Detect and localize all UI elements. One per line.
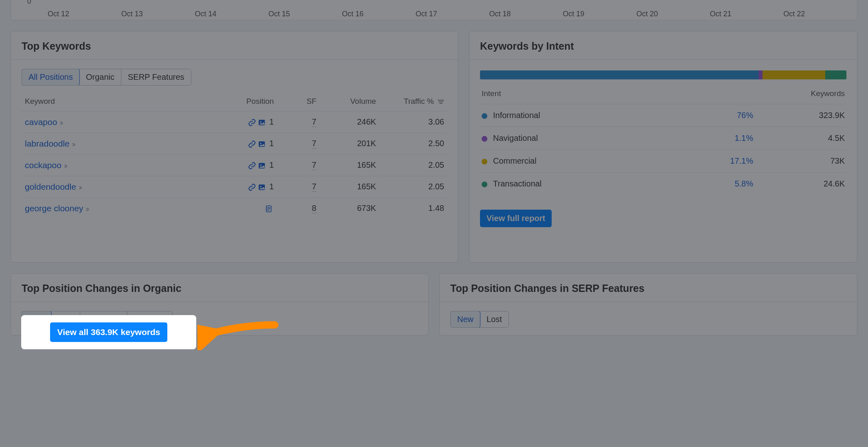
- intent-keywords-value: 24.6K: [755, 173, 846, 195]
- intent-bar-transactional[interactable]: [825, 70, 846, 79]
- volume-value: 201K: [320, 133, 379, 154]
- tab-serp-lost[interactable]: Lost: [480, 311, 509, 327]
- position-value: 1: [267, 117, 274, 126]
- link-icon: [248, 183, 256, 192]
- sf-value[interactable]: 7: [312, 182, 316, 192]
- chevron-right-icon: ››: [79, 183, 81, 191]
- image-icon: [257, 161, 266, 170]
- traffic-value: 2.05: [379, 154, 447, 176]
- top-keywords-card: Top Keywords All Positions Organic SERP …: [11, 31, 458, 263]
- intent-bar-informational[interactable]: [480, 70, 758, 79]
- volume-value: 673K: [320, 197, 379, 219]
- image-icon: [257, 183, 266, 192]
- top-position-changes-organic-title: Top Position Changes in Organic: [11, 274, 428, 302]
- link-icon: [248, 140, 256, 149]
- table-row: cavapoo›› 17246K3.06: [22, 111, 447, 133]
- col-volume[interactable]: Volume: [320, 92, 379, 111]
- intent-color-dot: [482, 136, 487, 142]
- intent-keywords-value: 73K: [755, 150, 846, 173]
- top-position-changes-serp-card: Top Position Changes in SERP Features Ne…: [439, 273, 857, 335]
- y-tick-0: 0: [27, 0, 31, 6]
- position-value: 1: [267, 182, 274, 191]
- tab-all-positions[interactable]: All Positions: [22, 69, 80, 85]
- doc-icon: [264, 204, 273, 213]
- top-keywords-tabs: All Positions Organic SERP Features: [22, 69, 191, 85]
- table-row: Commercial17.1%73K: [480, 150, 846, 173]
- keyword-link[interactable]: labradoodle: [25, 139, 70, 148]
- col-position[interactable]: Position: [209, 92, 277, 111]
- col-sf[interactable]: SF: [277, 92, 320, 111]
- chevron-right-icon: ››: [59, 118, 62, 127]
- volume-value: 165K: [320, 154, 379, 176]
- intent-percent-link[interactable]: 76%: [737, 111, 753, 120]
- sf-value[interactable]: 7: [312, 117, 316, 127]
- traffic-value: 1.48: [379, 197, 447, 219]
- intent-percent-link[interactable]: 17.1%: [730, 156, 753, 165]
- traffic-value: 2.50: [379, 133, 447, 154]
- x-axis-dates: Oct 12 Oct 13 Oct 14 Oct 15 Oct 16 Oct 1…: [48, 10, 857, 18]
- table-row: goldendoodle›› 17165K2.05: [22, 176, 447, 197]
- traffic-value: 3.06: [379, 111, 447, 133]
- svg-point-5: [260, 164, 261, 166]
- intent-label: Navigational: [493, 134, 538, 142]
- col-traffic[interactable]: Traffic %: [379, 92, 447, 111]
- intent-label: Commercial: [493, 156, 537, 165]
- table-row: labradoodle›› 17201K2.50: [22, 133, 447, 154]
- image-icon: [257, 118, 266, 127]
- table-row: Transactional5.8%24.6K: [480, 173, 846, 195]
- table-row: Navigational1.1%4.5K: [480, 127, 846, 150]
- keywords-by-intent-card: Keywords by Intent Intent Keywords: [469, 31, 857, 263]
- svg-point-1: [260, 121, 261, 123]
- link-icon: [248, 118, 256, 127]
- intent-distribution-bar: [480, 70, 846, 79]
- sf-value[interactable]: 7: [312, 160, 316, 170]
- intent-label: Transactional: [493, 179, 541, 188]
- sf-value[interactable]: 8: [312, 204, 316, 213]
- top-position-changes-serp-title: Top Position Changes in SERP Features: [440, 274, 857, 302]
- col-intent: Intent: [480, 83, 682, 104]
- sf-value[interactable]: 7: [312, 139, 316, 149]
- intent-bar-navigational[interactable]: [758, 70, 763, 79]
- chevron-right-icon: ››: [86, 205, 88, 213]
- chevron-right-icon: ››: [64, 162, 66, 170]
- svg-point-3: [260, 143, 261, 144]
- view-all-keywords-button[interactable]: View all 363.9K keywords: [50, 322, 168, 342]
- intent-percent-link[interactable]: 5.8%: [734, 179, 753, 188]
- tab-organic[interactable]: Organic: [79, 69, 121, 85]
- intent-bar-commercial[interactable]: [763, 70, 825, 79]
- intent-color-dot: [482, 113, 487, 119]
- image-icon: [257, 140, 266, 149]
- keyword-link[interactable]: cavapoo: [25, 117, 57, 127]
- position-value: 1: [267, 139, 274, 148]
- keyword-link[interactable]: goldendoodle: [25, 182, 76, 191]
- table-row: Informational76%323.9K: [480, 104, 846, 127]
- volume-value: 246K: [320, 111, 379, 133]
- chevron-right-icon: ››: [72, 140, 75, 148]
- top-keywords-table: Keyword Position SF Volume Traffic %: [22, 92, 447, 219]
- volume-value: 165K: [320, 176, 379, 197]
- col-keyword[interactable]: Keyword: [22, 92, 209, 111]
- link-icon: [248, 161, 256, 170]
- col-intent-keywords: Keywords: [755, 83, 846, 104]
- traffic-value: 2.05: [379, 176, 447, 197]
- intent-percent-link[interactable]: 1.1%: [734, 134, 753, 142]
- timeline-chart-fragment: 0 Oct 12 Oct 13 Oct 14 Oct 15 Oct 16 Oct…: [11, 0, 857, 20]
- serp-tabs: New Lost: [450, 311, 509, 328]
- intent-keywords-value: 323.9K: [755, 104, 846, 127]
- keyword-link[interactable]: cockapoo: [25, 160, 61, 170]
- keywords-by-intent-title: Keywords by Intent: [469, 31, 857, 59]
- svg-point-7: [260, 186, 261, 187]
- intent-keywords-value: 4.5K: [755, 127, 846, 150]
- tab-serp-new[interactable]: New: [450, 311, 480, 328]
- sort-desc-icon: [438, 97, 444, 106]
- tab-serp-features[interactable]: SERP Features: [121, 69, 191, 85]
- view-full-report-button[interactable]: View full report: [480, 210, 552, 227]
- keyword-link[interactable]: george clooney: [25, 204, 83, 213]
- intent-label: Informational: [493, 111, 540, 120]
- table-row: cockapoo›› 17165K2.05: [22, 154, 447, 176]
- intent-color-dot: [482, 182, 487, 187]
- top-keywords-title: Top Keywords: [11, 31, 458, 59]
- intent-color-dot: [482, 159, 487, 164]
- position-value: 1: [267, 160, 274, 169]
- intent-table: Intent Keywords Informational76%323.9KNa…: [480, 83, 846, 195]
